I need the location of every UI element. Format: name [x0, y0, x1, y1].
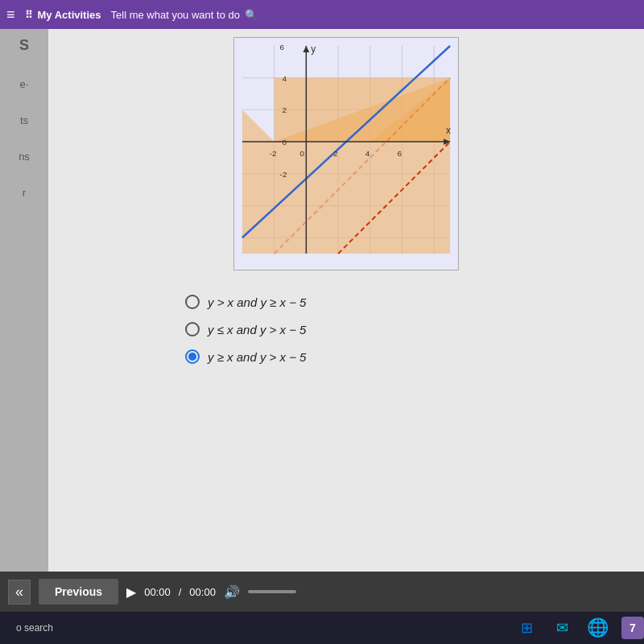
play-button[interactable]: ▶ — [126, 584, 136, 600]
volume-bar[interactable] — [248, 590, 296, 593]
answer-text-1: y > x and y ≥ x − 5 — [208, 295, 306, 309]
answer-text-2: y ≤ x and y > x − 5 — [208, 323, 306, 336]
graph-container: x y 0 -2 2 4 6 0 2 4 6 -2 — [233, 37, 459, 270]
search-bar[interactable]: Tell me what you want to do 🔍 — [111, 9, 638, 21]
taskbar-search-label: o search — [16, 622, 53, 634]
svg-text:4: 4 — [283, 74, 287, 83]
taskbar-icon-windows[interactable]: ⊞ — [515, 617, 538, 639]
answer-choices: y > x and y ≥ x − 5 y ≤ x and y > x − 5 … — [185, 295, 507, 364]
time-current: 00:00 — [144, 586, 171, 598]
menu-icon[interactable]: ≡ — [6, 6, 15, 23]
taskbar-icon-edge[interactable]: 🌐 — [586, 617, 609, 639]
answer-choice-1[interactable]: y > x and y ≥ x − 5 — [185, 295, 507, 309]
radio-3[interactable] — [185, 349, 200, 364]
taskbar-icon-mail[interactable]: ✉ — [551, 617, 573, 639]
double-arrow-button[interactable]: « — [8, 580, 31, 605]
x-axis-label: x — [446, 125, 451, 136]
bottom-control-bar: « Previous ▶ 00:00 / 00:00 🔊 — [0, 572, 644, 612]
svg-text:4: 4 — [365, 149, 370, 158]
answer-choice-2[interactable]: y ≤ x and y > x − 5 — [185, 322, 507, 336]
taskbar-icon-teams[interactable]: 7 — [621, 617, 644, 639]
y-axis-label: y — [311, 43, 316, 55]
content-panel: x y 0 -2 2 4 6 0 2 4 6 -2 y > — [48, 29, 644, 572]
svg-text:0: 0 — [283, 138, 287, 147]
taskbar: o search ⊞ ✉ 🌐 7 — [0, 612, 644, 644]
volume-icon[interactable]: 🔊 — [224, 584, 240, 600]
svg-text:2: 2 — [333, 149, 338, 158]
svg-text:6: 6 — [280, 43, 285, 52]
svg-text:-2: -2 — [280, 170, 287, 179]
radio-2[interactable] — [185, 322, 200, 336]
svg-text:6: 6 — [398, 149, 402, 158]
search-icon[interactable]: 🔍 — [245, 9, 258, 21]
sidebar-label-t: ts — [20, 114, 28, 126]
time-total: 00:00 — [189, 586, 216, 598]
sidebar-label-s: S — [19, 37, 29, 54]
answer-choice-3[interactable]: y ≥ x and y > x − 5 — [185, 349, 507, 364]
sidebar-label-ns: ns — [19, 151, 30, 163]
radio-inner-3 — [188, 353, 196, 361]
svg-text:2: 2 — [283, 105, 287, 114]
time-separator: / — [179, 586, 182, 598]
svg-text:-2: -2 — [270, 149, 277, 158]
previous-button[interactable]: Previous — [39, 579, 118, 605]
top-bar: ≡ ⠿ My Activities Tell me what you want … — [0, 0, 644, 29]
graph-svg: x y 0 -2 2 4 6 0 2 4 6 -2 — [234, 38, 458, 270]
sidebar-label-r: r — [23, 187, 26, 199]
svg-text:0: 0 — [299, 149, 304, 158]
answer-text-3: y ≥ x and y > x − 5 — [208, 350, 306, 364]
grid-icon: ⠿ — [25, 9, 33, 21]
radio-1[interactable] — [185, 295, 200, 309]
activities-button[interactable]: ⠿ My Activities — [25, 9, 101, 21]
search-placeholder: Tell me what you want to do — [111, 9, 240, 21]
main-content: S e· ts ns r — [0, 29, 644, 572]
activities-label: My Activities — [38, 9, 101, 21]
sidebar: S e· ts ns r — [0, 29, 48, 572]
sidebar-label-e: e· — [20, 78, 29, 90]
